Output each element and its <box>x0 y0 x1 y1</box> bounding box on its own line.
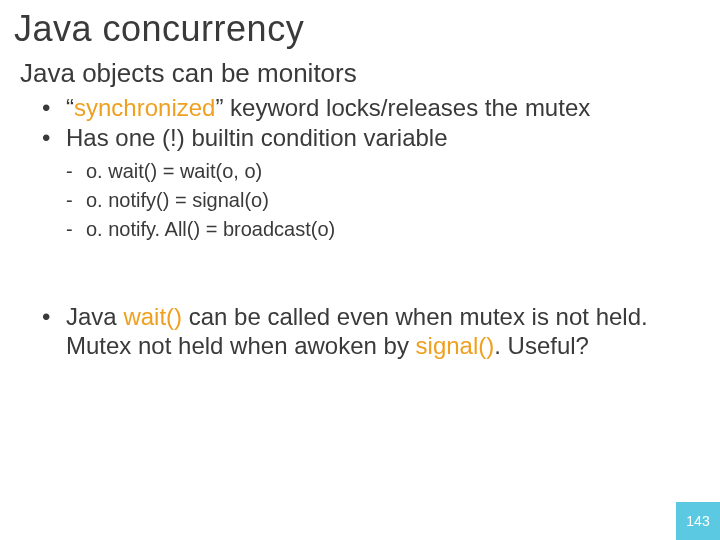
dash-wait: o. wait() = wait(o, o) <box>66 157 720 186</box>
bullet-list-bottom-wrap: Java wait() can be called even when mute… <box>42 302 678 361</box>
slide: Java concurrency Java objects can be mon… <box>0 0 720 540</box>
bullet-wait-mutex: Java wait() can be called even when mute… <box>42 302 678 361</box>
slide-subtitle: Java objects can be monitors <box>20 58 720 89</box>
dash-notify: o. notify() = signal(o) <box>66 186 720 215</box>
text-p0: Java <box>66 303 123 330</box>
bullet-condvar: Has one (!) builtin condition variable <box>42 123 720 153</box>
bullet-synchronized: “synchronized” keyword locks/releases th… <box>42 93 720 123</box>
page-number: 143 <box>676 502 720 540</box>
keyword-synchronized: synchronized <box>74 94 215 121</box>
slide-title: Java concurrency <box>14 8 720 50</box>
bullet-list-bottom: Java wait() can be called even when mute… <box>42 302 678 361</box>
bullet-synchronized-rest: ” keyword locks/releases the mutex <box>215 94 590 121</box>
keyword-signal: signal() <box>416 332 495 359</box>
spacer <box>0 244 720 302</box>
quote-open: “ <box>66 94 74 121</box>
dash-list: o. wait() = wait(o, o) o. notify() = sig… <box>66 157 720 244</box>
text-p4: . Useful? <box>494 332 589 359</box>
keyword-wait: wait() <box>123 303 182 330</box>
dash-notifyall: o. notify. All() = broadcast(o) <box>66 215 720 244</box>
bullet-list-top: “synchronized” keyword locks/releases th… <box>42 93 720 153</box>
